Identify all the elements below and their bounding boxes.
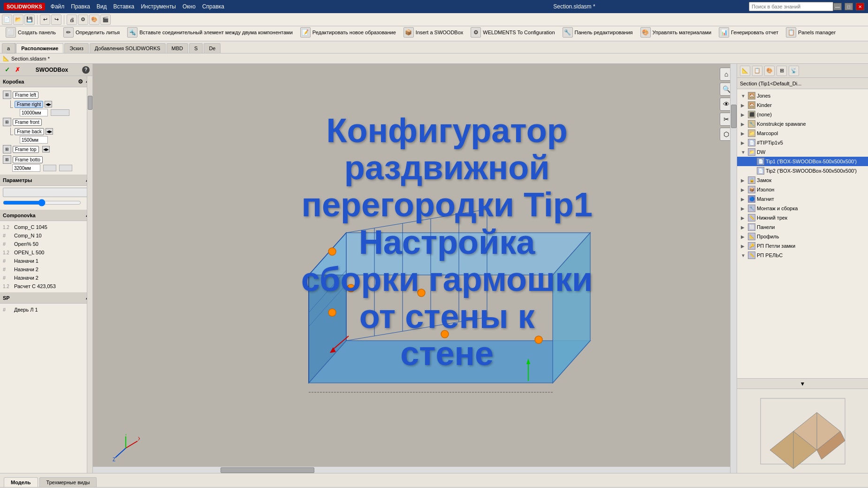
maximize-button[interactable]: □ [845, 3, 853, 10]
panels-manager-button[interactable]: 📋 Panels manager [784, 26, 838, 38]
tree-item-zamok[interactable]: ▶ 🔒 Замок [737, 175, 868, 185]
expand-profil[interactable]: ▶ [741, 234, 746, 239]
menu-help[interactable]: Справка [202, 3, 224, 10]
param-input[interactable] [3, 188, 90, 197]
expand-dw[interactable]: ▼ [741, 150, 746, 155]
tree-item-tip1[interactable]: 📄 Tip1 ('BOX-SWOODBox-500x500x500') [737, 157, 868, 166]
expand-nizhniy[interactable]: ▶ [741, 215, 746, 221]
tree-scroll-down[interactable]: ▼ [737, 378, 868, 389]
frame-back-value[interactable] [20, 136, 48, 144]
create-panel-button[interactable]: ⬜ Создать панель [4, 26, 58, 38]
expand-montazh[interactable]: ▶ [741, 206, 746, 211]
menu-file[interactable]: Файл [51, 3, 65, 10]
expand-paneli[interactable]: ▶ [741, 225, 746, 230]
expand-petli[interactable]: ▶ [741, 244, 746, 249]
expand-marcopol[interactable]: ▶ [741, 131, 746, 136]
manage-materials-button[interactable]: 🎨 Управлять материалами [639, 26, 714, 38]
viewport-hscrollbar-thumb[interactable] [221, 467, 314, 473]
sp-section-header[interactable]: SP ▲ [0, 292, 92, 304]
feature-tree-tab[interactable]: 📐 [740, 66, 750, 76]
tab-3d-views[interactable]: Трехмерные виды [39, 477, 97, 487]
tree-item-marcopol[interactable]: ▶ 📁 Marcopol [737, 129, 868, 138]
frame-right-value[interactable] [20, 109, 48, 116]
tree-item-profil[interactable]: ▶ 📐 Профиль [737, 232, 868, 241]
parametry-section-header[interactable]: Параметры ▲ [0, 175, 92, 186]
expand-tiptip[interactable]: ▶ [741, 140, 746, 145]
save-button[interactable]: 💾 [24, 15, 35, 25]
render-button[interactable]: 🎬 [100, 15, 111, 25]
tree-item-kinder[interactable]: ▶ 🏠 Kinder [737, 100, 868, 110]
tree-item-tiptip[interactable]: ▶ 📄 #TIPTip1v5 [737, 138, 868, 147]
left-panel-scrollbar[interactable] [87, 76, 92, 473]
comp-name-1[interactable]: Comp_N 10 [14, 233, 90, 238]
open-button[interactable]: 📂 [13, 15, 23, 25]
tree-item-nizhniy-trek[interactable]: ▶ 📏 Нижний трек [737, 213, 868, 222]
tab-eskiz[interactable]: Эскиз [64, 43, 88, 53]
3d-viewport[interactable]: Конфигуратор раздвижной перегородки Tip1… [93, 64, 737, 473]
frame-front-box[interactable]: Frame front [13, 119, 42, 126]
scrollbar-thumb[interactable] [88, 96, 92, 110]
tree-item-magnit[interactable]: ▶ 🔵 Магнит [737, 194, 868, 204]
display-button[interactable]: 🎨 [89, 15, 99, 25]
comp-name-6[interactable]: Назначи 2 [14, 275, 90, 281]
menu-tools[interactable]: Инструменты [141, 3, 176, 10]
insert-connector-button[interactable]: 🔩 Вставьте соединительный элемент между … [125, 26, 295, 38]
cancel-button[interactable]: ✗ [13, 66, 22, 74]
frame-bottom-value[interactable] [12, 164, 40, 172]
korobka-gear-icon[interactable]: ⚙ [78, 78, 83, 85]
expand-zamok[interactable]: ▶ [741, 178, 746, 183]
help-icon[interactable]: ? [82, 66, 90, 74]
define-casting-button[interactable]: ✏ Определить литья [61, 26, 122, 38]
frame-top-box[interactable]: Frame top [13, 146, 39, 153]
expand-none[interactable]: ▶ [741, 112, 746, 117]
comp-name-2[interactable]: Open% 50 [14, 241, 90, 247]
expand-kinder[interactable]: ▶ [741, 103, 746, 108]
tree-item-paneli[interactable]: ▶ ⬜ Панели [737, 222, 868, 232]
panel-editing-button[interactable]: 🔧 Панель редактирования [561, 26, 635, 38]
expand-magnit[interactable]: ▶ [741, 197, 746, 202]
expand-konstrukcje[interactable]: ▶ [741, 122, 746, 127]
tree-item-rp-rels[interactable]: ▼ 📏 РП РЕЛЬС [737, 251, 868, 260]
frame-left-box[interactable]: Frame left [13, 92, 38, 99]
tree-item-montazh[interactable]: ▶ 🔧 Монтаж и сборка [737, 204, 868, 213]
redo-button[interactable]: ↪ [51, 15, 61, 25]
comp-name-4[interactable]: Назначи 1 [14, 258, 90, 264]
korobka-section-header[interactable]: Коробка ⚙ ▲ [0, 76, 92, 87]
settings-button[interactable]: ⚙ [78, 15, 88, 25]
equations-tab[interactable]: ⊞ [777, 66, 787, 76]
comp-name-3[interactable]: OPEN_L 500 [14, 250, 90, 255]
tab-de[interactable]: De [204, 43, 221, 53]
sp-name-0[interactable]: Дверь Л 1 [14, 307, 90, 313]
comp-name-0[interactable]: Comp_C 1045 [14, 224, 90, 230]
param-slider[interactable] [3, 199, 81, 206]
new-file-button[interactable]: 📄 [2, 15, 12, 25]
viewport-scrollbar-h[interactable] [93, 466, 730, 473]
expand-izolon[interactable]: ▶ [741, 187, 746, 192]
expand-rels[interactable]: ▼ [741, 253, 746, 258]
knowledge-search[interactable] [749, 2, 833, 11]
tree-item-none[interactable]: ▶ ⬛ (none) [737, 110, 868, 119]
tab-raspolozhenie[interactable]: Расположение [16, 43, 63, 53]
menu-edit[interactable]: Правка [71, 3, 90, 10]
generate-report-button[interactable]: 📊 Генерировать отчет [717, 26, 780, 38]
viewport-scrollbar-thumb[interactable] [731, 105, 737, 128]
comp-name-7[interactable]: Расчет С 423,053 [14, 283, 90, 289]
confirm-button[interactable]: ✓ [3, 66, 11, 74]
insert-swoodbox-button[interactable]: 📦 Insert a SWOODBox [402, 26, 465, 38]
tab-mbd[interactable]: MBD [167, 43, 188, 53]
tree-item-izolon[interactable]: ▶ 📦 Изолон [737, 185, 868, 194]
frame-back-box[interactable]: Frame back [15, 128, 44, 135]
frame-bottom-box[interactable]: Frame botto [13, 156, 43, 163]
tree-item-dw[interactable]: ▼ 📁 DW [737, 147, 868, 157]
frame-right-box[interactable]: Frame right [15, 101, 43, 108]
tab-model[interactable]: Модель [4, 477, 38, 487]
viewport-scrollbar-v[interactable] [730, 64, 737, 473]
menu-insert[interactable]: Вставка [114, 3, 135, 10]
minimize-button[interactable]: — [833, 3, 842, 10]
componovka-section-header[interactable]: Componovka ▲ [0, 210, 92, 221]
weldments-config-button[interactable]: ⚙ WELDMENTS To Configuration [469, 26, 556, 38]
undo-button[interactable]: ↩ [40, 15, 50, 25]
tab-a[interactable]: а [2, 43, 15, 53]
tab-s[interactable]: S [189, 43, 203, 53]
tree-item-rp-petli[interactable]: ▶ 🔑 РП Петли замки [737, 241, 868, 251]
